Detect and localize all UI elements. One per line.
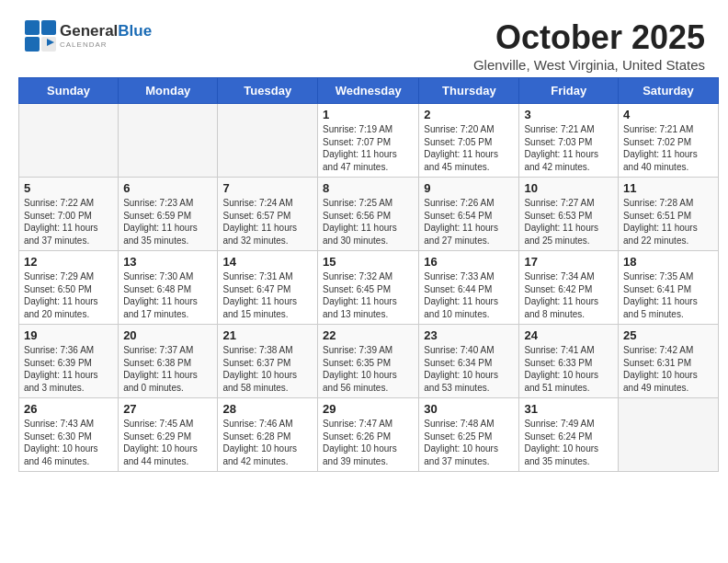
day-number: 17 — [524, 255, 613, 269]
day-number: 25 — [623, 328, 713, 342]
day-content: Sunrise: 7:49 AM Sunset: 6:24 PM Dayligh… — [524, 418, 613, 467]
day-content: Sunrise: 7:42 AM Sunset: 6:31 PM Dayligh… — [623, 344, 713, 394]
table-row: 4Sunrise: 7:21 AM Sunset: 7:02 PM Daylig… — [619, 104, 719, 178]
table-row: 19Sunrise: 7:36 AM Sunset: 6:39 PM Dayli… — [19, 325, 119, 398]
day-number: 19 — [24, 328, 113, 342]
table-row: 25Sunrise: 7:42 AM Sunset: 6:31 PM Dayli… — [619, 325, 719, 398]
day-number: 22 — [323, 328, 414, 342]
table-row: 21Sunrise: 7:38 AM Sunset: 6:37 PM Dayli… — [218, 325, 318, 398]
day-number: 16 — [424, 255, 514, 269]
day-content: Sunrise: 7:33 AM Sunset: 6:44 PM Dayligh… — [424, 270, 514, 320]
location: Glenville, West Virginia, United States — [473, 57, 705, 73]
day-number: 2 — [424, 108, 514, 121]
col-friday: Friday — [519, 78, 619, 104]
day-number: 28 — [222, 402, 313, 416]
calendar-week-row: 1Sunrise: 7:19 AM Sunset: 7:07 PM Daylig… — [19, 104, 719, 178]
day-content: Sunrise: 7:20 AM Sunset: 7:05 PM Dayligh… — [424, 123, 514, 173]
day-content: Sunrise: 7:31 AM Sunset: 6:47 PM Dayligh… — [222, 270, 313, 320]
svg-rect-2 — [25, 37, 40, 52]
day-content: Sunrise: 7:37 AM Sunset: 6:38 PM Dayligh… — [123, 344, 212, 394]
day-number: 1 — [323, 108, 414, 121]
svg-rect-0 — [25, 20, 40, 35]
day-content: Sunrise: 7:35 AM Sunset: 6:41 PM Dayligh… — [623, 270, 713, 320]
day-number: 14 — [222, 255, 313, 269]
table-row: 26Sunrise: 7:43 AM Sunset: 6:30 PM Dayli… — [19, 398, 119, 472]
day-content: Sunrise: 7:36 AM Sunset: 6:39 PM Dayligh… — [24, 344, 113, 394]
table-row: 3Sunrise: 7:21 AM Sunset: 7:03 PM Daylig… — [519, 104, 619, 178]
day-content: Sunrise: 7:24 AM Sunset: 6:57 PM Dayligh… — [222, 197, 313, 247]
page-header: GeneralBlue CALENDAR October 2025 Glenvi… — [9, 9, 719, 77]
col-tuesday: Tuesday — [218, 78, 318, 104]
table-row: 27Sunrise: 7:45 AM Sunset: 6:29 PM Dayli… — [119, 398, 218, 472]
day-number: 8 — [323, 181, 414, 195]
table-row: 16Sunrise: 7:33 AM Sunset: 6:44 PM Dayli… — [419, 251, 519, 325]
title-block: October 2025 Glenville, West Virginia, U… — [473, 18, 705, 73]
day-number: 29 — [323, 402, 414, 416]
table-row: 20Sunrise: 7:37 AM Sunset: 6:38 PM Dayli… — [119, 325, 218, 398]
day-content: Sunrise: 7:47 AM Sunset: 6:26 PM Dayligh… — [323, 418, 414, 467]
col-wednesday: Wednesday — [318, 78, 419, 104]
table-row — [19, 104, 119, 178]
table-row: 15Sunrise: 7:32 AM Sunset: 6:45 PM Dayli… — [318, 251, 419, 325]
table-row: 13Sunrise: 7:30 AM Sunset: 6:48 PM Dayli… — [119, 251, 218, 325]
table-row: 17Sunrise: 7:34 AM Sunset: 6:42 PM Dayli… — [519, 251, 619, 325]
day-number: 4 — [623, 108, 713, 121]
table-row: 5Sunrise: 7:22 AM Sunset: 7:00 PM Daylig… — [19, 178, 119, 251]
col-sunday: Sunday — [19, 78, 119, 104]
table-row: 8Sunrise: 7:25 AM Sunset: 6:56 PM Daylig… — [318, 178, 419, 251]
calendar-week-row: 19Sunrise: 7:36 AM Sunset: 6:39 PM Dayli… — [19, 325, 719, 398]
calendar-wrapper: Sunday Monday Tuesday Wednesday Thursday… — [9, 77, 719, 481]
table-row: 23Sunrise: 7:40 AM Sunset: 6:34 PM Dayli… — [419, 325, 519, 398]
day-content: Sunrise: 7:19 AM Sunset: 7:07 PM Dayligh… — [323, 123, 414, 173]
day-content: Sunrise: 7:41 AM Sunset: 6:33 PM Dayligh… — [524, 344, 613, 394]
table-row: 2Sunrise: 7:20 AM Sunset: 7:05 PM Daylig… — [419, 104, 519, 178]
day-number: 20 — [123, 328, 212, 342]
day-number: 26 — [24, 402, 113, 416]
table-row: 7Sunrise: 7:24 AM Sunset: 6:57 PM Daylig… — [218, 178, 318, 251]
day-number: 21 — [222, 328, 313, 342]
day-content: Sunrise: 7:25 AM Sunset: 6:56 PM Dayligh… — [323, 197, 414, 247]
day-content: Sunrise: 7:34 AM Sunset: 6:42 PM Dayligh… — [524, 270, 613, 320]
month-title: October 2025 — [473, 18, 705, 57]
day-number: 18 — [623, 255, 713, 269]
calendar-week-row: 5Sunrise: 7:22 AM Sunset: 7:00 PM Daylig… — [19, 178, 719, 251]
day-number: 7 — [222, 181, 313, 195]
svg-rect-1 — [41, 20, 56, 35]
day-content: Sunrise: 7:21 AM Sunset: 7:02 PM Dayligh… — [623, 123, 713, 173]
table-row: 18Sunrise: 7:35 AM Sunset: 6:41 PM Dayli… — [619, 251, 719, 325]
day-content: Sunrise: 7:21 AM Sunset: 7:03 PM Dayligh… — [524, 123, 613, 173]
table-row: 1Sunrise: 7:19 AM Sunset: 7:07 PM Daylig… — [318, 104, 419, 178]
col-thursday: Thursday — [419, 78, 519, 104]
day-content: Sunrise: 7:22 AM Sunset: 7:00 PM Dayligh… — [24, 197, 113, 247]
logo: GeneralBlue CALENDAR — [23, 18, 152, 53]
day-content: Sunrise: 7:32 AM Sunset: 6:45 PM Dayligh… — [323, 270, 414, 320]
table-row: 29Sunrise: 7:47 AM Sunset: 6:26 PM Dayli… — [318, 398, 419, 472]
day-number: 30 — [424, 402, 514, 416]
col-saturday: Saturday — [619, 78, 719, 104]
day-number: 5 — [24, 181, 113, 195]
table-row: 9Sunrise: 7:26 AM Sunset: 6:54 PM Daylig… — [419, 178, 519, 251]
day-number: 23 — [424, 328, 514, 342]
day-content: Sunrise: 7:39 AM Sunset: 6:35 PM Dayligh… — [323, 344, 414, 394]
day-number: 13 — [123, 255, 212, 269]
day-number: 11 — [623, 181, 713, 195]
calendar-header-row: Sunday Monday Tuesday Wednesday Thursday… — [19, 78, 719, 104]
day-content: Sunrise: 7:46 AM Sunset: 6:28 PM Dayligh… — [222, 418, 313, 467]
table-row: 12Sunrise: 7:29 AM Sunset: 6:50 PM Dayli… — [19, 251, 119, 325]
day-content: Sunrise: 7:45 AM Sunset: 6:29 PM Dayligh… — [123, 418, 212, 467]
table-row: 6Sunrise: 7:23 AM Sunset: 6:59 PM Daylig… — [119, 178, 218, 251]
table-row — [619, 398, 719, 472]
day-content: Sunrise: 7:40 AM Sunset: 6:34 PM Dayligh… — [424, 344, 514, 394]
day-number: 9 — [424, 181, 514, 195]
day-content: Sunrise: 7:26 AM Sunset: 6:54 PM Dayligh… — [424, 197, 514, 247]
calendar-table: Sunday Monday Tuesday Wednesday Thursday… — [18, 77, 719, 472]
calendar-week-row: 26Sunrise: 7:43 AM Sunset: 6:30 PM Dayli… — [19, 398, 719, 472]
logo-general: General — [60, 22, 118, 40]
table-row: 28Sunrise: 7:46 AM Sunset: 6:28 PM Dayli… — [218, 398, 318, 472]
day-number: 31 — [524, 402, 613, 416]
day-number: 3 — [524, 108, 613, 121]
day-content: Sunrise: 7:27 AM Sunset: 6:53 PM Dayligh… — [524, 197, 613, 247]
day-content: Sunrise: 7:28 AM Sunset: 6:51 PM Dayligh… — [623, 197, 713, 247]
day-content: Sunrise: 7:43 AM Sunset: 6:30 PM Dayligh… — [24, 418, 113, 467]
table-row: 31Sunrise: 7:49 AM Sunset: 6:24 PM Dayli… — [519, 398, 619, 472]
